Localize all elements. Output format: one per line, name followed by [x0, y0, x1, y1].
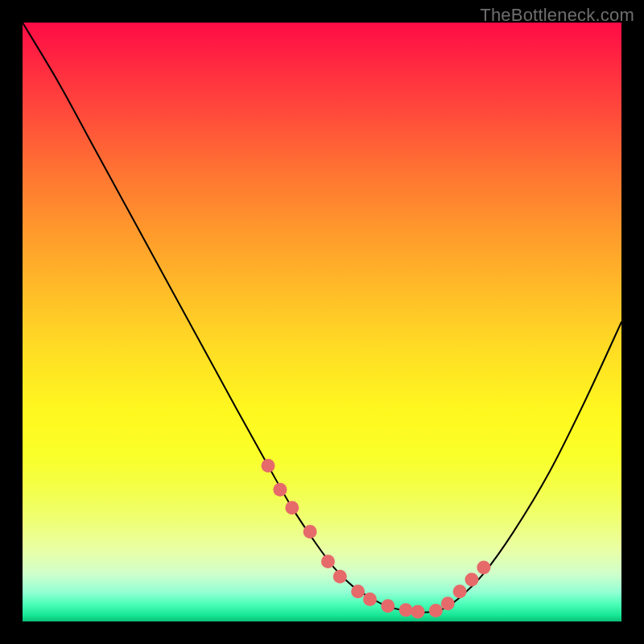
highlight-dot	[273, 483, 287, 497]
highlight-dot	[441, 597, 455, 610]
highlight-dot	[262, 459, 275, 473]
highlight-dot	[363, 592, 377, 606]
plot-area	[23, 23, 621, 621]
highlight-dot	[411, 605, 425, 619]
highlight-dot	[321, 555, 335, 568]
highlight-dot	[333, 570, 347, 584]
highlight-dot	[453, 584, 467, 598]
highlight-dot	[477, 561, 490, 575]
highlight-dot	[399, 603, 413, 617]
highlight-dots-group	[262, 459, 491, 619]
highlight-dot	[429, 604, 443, 617]
chart-svg	[23, 23, 621, 621]
chart-container: TheBottleneck.com	[0, 0, 644, 644]
bottleneck-curve	[23, 23, 621, 613]
highlight-dot	[303, 525, 317, 539]
watermark-text: TheBottleneck.com	[480, 5, 634, 26]
highlight-dot	[285, 501, 299, 514]
highlight-dot	[351, 584, 365, 598]
highlight-dot	[381, 599, 394, 613]
highlight-dot	[465, 572, 479, 586]
